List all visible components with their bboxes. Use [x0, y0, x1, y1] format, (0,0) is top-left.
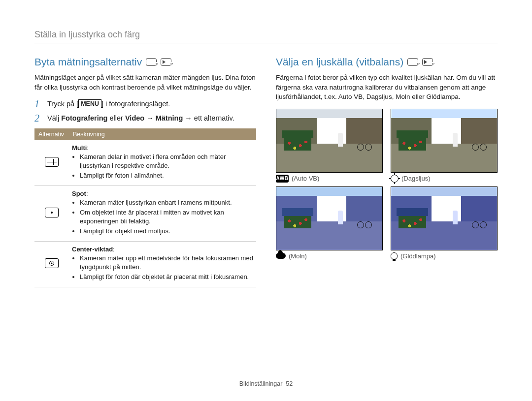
right-column: Välja en ljuskälla (vitbalans) Färgerna … — [276, 56, 498, 287]
row2-name: Center-viktad — [72, 246, 113, 253]
wb-daylight-cell: (Dagsljus) — [391, 109, 498, 183]
camera-p-icon — [146, 58, 157, 66]
wb-cloud-cell: (Moln) — [276, 186, 383, 260]
wb-daylight-thumb — [391, 109, 498, 173]
page-header: Ställa in ljusstyrka och färg — [34, 30, 498, 43]
step-number-1: 1 — [34, 99, 42, 109]
wb-daylight-label: (Dagsljus) — [401, 175, 431, 182]
right-title-row: Välja en ljuskälla (vitbalans) — [276, 56, 498, 68]
options-table: Alternativ Beskrivning Multi: Kameran de… — [34, 128, 256, 287]
row2-b2: Lämpligt för foton där objektet är place… — [80, 273, 253, 281]
step1-pre: Tryck på [ — [47, 100, 78, 108]
page-footer: Bildinställningar 52 — [0, 380, 532, 387]
footer-page: 52 — [286, 380, 293, 387]
step2-a: Välj — [47, 114, 61, 122]
table-row: Spot: Kameran mäter ljusstyrkan enbart i… — [34, 185, 256, 241]
wb-cloud-thumb — [276, 186, 383, 250]
multi-metering-icon — [45, 157, 59, 167]
row0-b1: Kameran delar in motivet i flera områden… — [80, 153, 253, 170]
wb-tungsten-label: (Glödlampa) — [400, 252, 436, 260]
left-title-row: Byta mätningsalternativ — [34, 56, 256, 68]
awb-icon: AWB — [276, 175, 289, 183]
white-balance-grid: AWB (Auto VB) (Dagsljus) — [276, 109, 498, 260]
center-weighted-icon — [45, 258, 59, 268]
right-intro: Färgerna i fotot beror på vilken typ och… — [276, 73, 498, 102]
step-number-2: 2 — [34, 113, 42, 123]
step2-g: → ett alternativ. — [183, 114, 234, 122]
menu-key-icon: MENU — [78, 99, 101, 108]
row1-b2: Om objektet inte är placerat i mitten av… — [80, 208, 253, 225]
sun-icon — [391, 175, 399, 183]
spot-metering-icon — [45, 208, 59, 217]
wb-auto-cell: AWB (Auto VB) — [276, 109, 383, 183]
footer-section: Bildinställningar — [239, 380, 283, 387]
left-title: Byta mätningsalternativ — [34, 56, 142, 68]
row0-b2: Lämpligt för foton i allmänhet. — [80, 171, 253, 180]
step2-c: eller — [107, 114, 125, 122]
wb-cloud-label: (Moln) — [289, 252, 307, 260]
wb-tungsten-cell: (Glödlampa) — [391, 186, 498, 260]
step2-b: Fotografering — [61, 114, 107, 122]
step1-post: ] i fotograferingsläget. — [101, 100, 170, 108]
left-column: Byta mätningsalternativ Mätningsläget an… — [34, 56, 256, 287]
left-intro: Mätningsläget anger på vilket sätt kamer… — [34, 73, 256, 92]
camera-p-icon — [407, 58, 418, 66]
step-1: 1 Tryck på [MENU] i fotograferingsläget. — [34, 99, 256, 109]
wb-auto-thumb — [276, 109, 383, 173]
step-2: 2 Välj Fotografering eller Video → Mätni… — [34, 113, 256, 123]
step2-e: → — [144, 114, 156, 122]
step2-d: Video — [125, 114, 144, 122]
row1-name: Spot — [72, 190, 86, 197]
th-beskrivning: Beskrivning — [69, 128, 256, 140]
row0-name: Multi — [72, 144, 87, 152]
wb-tungsten-thumb — [391, 186, 498, 250]
row2-b1: Kameran mäter upp ett medelvärde för hel… — [80, 254, 253, 271]
th-alternativ: Alternativ — [34, 128, 69, 140]
table-row: Center-viktad: Kameran mäter upp ett med… — [34, 241, 256, 287]
right-title: Välja en ljuskälla (vitbalans) — [276, 56, 403, 68]
step2-f: Mätning — [156, 114, 183, 122]
row1-b3: Lämpligt för objekt med motljus. — [80, 227, 253, 236]
table-row: Multi: Kameran delar in motivet i flera … — [34, 140, 256, 185]
video-p-icon — [422, 58, 433, 66]
cloud-icon — [276, 253, 286, 259]
wb-auto-label: (Auto VB) — [292, 175, 319, 182]
bulb-icon — [391, 252, 398, 259]
row1-b1: Kameran mäter ljusstyrkan enbart i ramen… — [80, 198, 253, 207]
video-p-icon — [161, 58, 171, 66]
